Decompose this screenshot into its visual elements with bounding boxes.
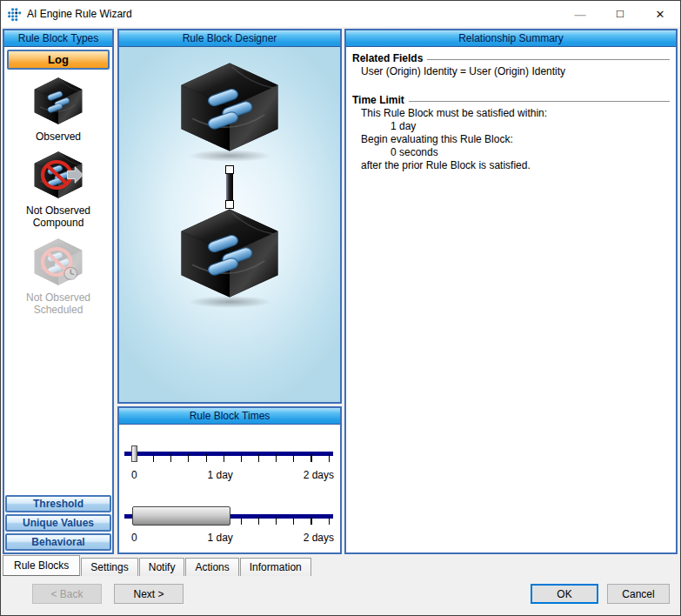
slider-ticks: [136, 454, 330, 462]
threshold-category-button[interactable]: Threshold: [5, 495, 111, 512]
designer-canvas[interactable]: [119, 47, 340, 402]
tick-label-2days: 2 days: [304, 469, 334, 481]
related-fields-section-header: Related Fields: [352, 52, 670, 65]
tab-notify[interactable]: Notify: [139, 558, 185, 576]
time-limit-line3: after the prior Rule Block is satisfied.: [352, 159, 670, 172]
rule-block-1-cube[interactable]: [175, 59, 284, 155]
slider-labels: 0 1 day 2 days: [119, 467, 340, 481]
dialog-client-area: Rule Block Types Log Observed Not Observ…: [1, 27, 680, 615]
tick-label-2days: 2 days: [304, 532, 334, 544]
maximize-button[interactable]: ☐: [600, 1, 640, 27]
time-limit-section-header: Time Limit: [352, 94, 670, 107]
tick-label-0: 0: [131, 469, 137, 481]
section-divider: [409, 101, 670, 104]
tab-actions[interactable]: Actions: [185, 558, 238, 576]
tick-label-0: 0: [131, 532, 137, 544]
slider-handle[interactable]: [131, 445, 137, 462]
time-limit-title: Time Limit: [352, 94, 404, 107]
next-button[interactable]: Next >: [114, 584, 184, 604]
log-category-button[interactable]: Log: [7, 50, 110, 70]
type-item-not-observed-scheduled[interactable]: Not Observed Scheduled: [10, 237, 107, 316]
minimize-button[interactable]: —: [560, 1, 600, 27]
time-limit-value1: 1 day: [352, 120, 670, 133]
rule-block-times-panel: Rule Block Times 0 1 day 2 days: [117, 406, 342, 554]
relationship-summary-header: Relationship Summary: [346, 30, 676, 47]
behavioral-category-button[interactable]: Behavioral: [5, 533, 111, 551]
wizard-tabstrip: Rule Blocks Settings Notify Actions Info…: [3, 555, 312, 576]
slider-range-bar[interactable]: [132, 506, 230, 526]
app-logo-dots-icon: [7, 7, 22, 22]
related-fields-title: Related Fields: [352, 52, 423, 65]
type-label: Observed: [10, 131, 107, 143]
slider-labels: 0 1 day 2 days: [119, 530, 340, 544]
type-label: Not Observed Compound: [10, 204, 107, 229]
ai-engine-rule-wizard-window: AI Engine Rule Wizard — ☐ ✕ Rule Block T…: [0, 0, 681, 616]
time-limit-line2: Begin evaluating this Rule Block:: [352, 133, 670, 146]
link-handle-top[interactable]: [225, 165, 234, 174]
rule-block-2-cube[interactable]: [175, 205, 284, 301]
tick-label-1day: 1 day: [207, 532, 232, 544]
cube-pills-prohibited-clock-icon: [31, 237, 85, 287]
rule-block-designer-panel: Rule Block Designer: [117, 29, 342, 404]
rule-block-link[interactable]: [226, 172, 233, 204]
tick-label-1day: 1 day: [207, 469, 232, 481]
unique-values-category-button[interactable]: Unique Values: [5, 514, 111, 532]
time-limit-value2: 0 seconds: [352, 146, 670, 159]
time-limit-line1: This Rule Block must be satisfied within…: [352, 107, 670, 120]
rule-block-types-panel: Rule Block Types Log Observed Not Observ…: [3, 29, 114, 554]
bottom-button-row: < Back Next > OK Cancel: [1, 584, 680, 604]
evaluation-delay-slider[interactable]: [119, 504, 340, 530]
rule-block-types-header: Rule Block Types: [4, 30, 112, 47]
type-label: Not Observed Scheduled: [10, 291, 107, 316]
tab-rule-blocks[interactable]: Rule Blocks: [3, 555, 80, 576]
close-button[interactable]: ✕: [640, 1, 680, 27]
ok-button[interactable]: OK: [531, 584, 598, 604]
related-fields-value: User (Origin) Identity = User (Origin) I…: [352, 65, 670, 78]
relationship-summary-panel: Relationship Summary Related Fields User…: [344, 29, 678, 554]
window-title: AI Engine Rule Wizard: [27, 8, 132, 20]
type-item-not-observed-compound[interactable]: Not Observed Compound: [10, 150, 107, 229]
type-item-observed[interactable]: Observed: [10, 76, 107, 143]
rule-block-designer-header: Rule Block Designer: [119, 30, 340, 47]
tab-information[interactable]: Information: [240, 558, 311, 576]
back-button[interactable]: < Back: [32, 584, 102, 604]
cube-pills-prohibited-arrow-icon: [31, 150, 85, 200]
cancel-button[interactable]: Cancel: [607, 584, 670, 604]
satisfaction-time-slider[interactable]: [119, 441, 340, 467]
rule-block-times-header: Rule Block Times: [119, 408, 340, 425]
cube-pills-icon: [31, 76, 85, 126]
tab-settings[interactable]: Settings: [81, 558, 137, 576]
section-divider: [427, 59, 670, 62]
titlebar: AI Engine Rule Wizard — ☐ ✕: [1, 1, 680, 27]
